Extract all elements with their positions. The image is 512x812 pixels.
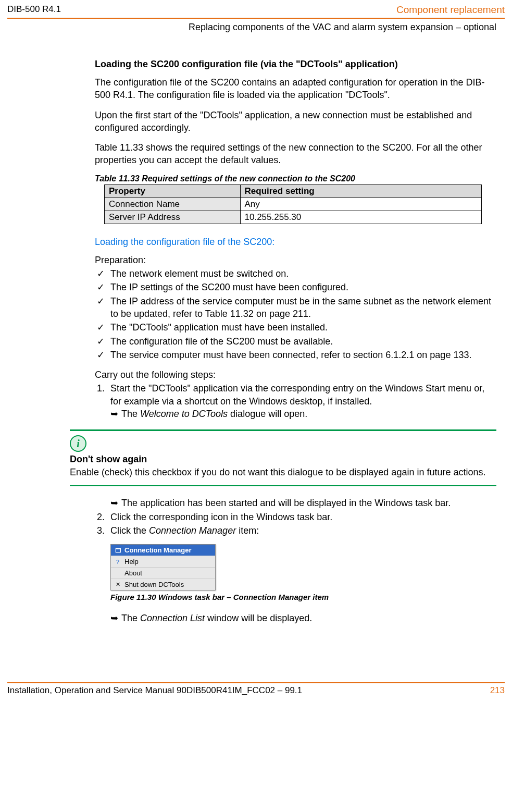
text: Click the [110, 525, 149, 536]
text-italic: Connection List [140, 613, 205, 623]
menu-label: Connection Manager [124, 546, 192, 554]
preparation-list: The network element must be switched on.… [95, 267, 496, 361]
close-icon: ✕ [114, 581, 121, 588]
text-italic: Welcome to DCTools [140, 409, 228, 419]
table-cell: Connection Name [105, 198, 241, 211]
text: The [121, 409, 140, 419]
menu-label: Shut down DCTools [124, 581, 184, 588]
procedure-heading: Loading the configuration file of the SC… [95, 237, 496, 248]
header-right: Component replacement [396, 4, 505, 16]
text: item: [236, 525, 259, 536]
menu-item-shutdown[interactable]: ✕ Shut down DCTools [111, 579, 215, 590]
paragraph: Table 11.33 shows the required settings … [95, 141, 496, 167]
list-item: The "DCTools" application must have been… [95, 321, 496, 334]
page-footer: Installation, Operation and Service Manu… [0, 682, 512, 701]
connection-manager-icon: 🗔 [114, 547, 121, 554]
menu-label: About [124, 569, 142, 577]
result-line: ➥ The Welcome to DCTools dialogue will o… [110, 408, 496, 420]
figure: 🗔 Connection Manager ? Help About ✕ Shut… [110, 544, 496, 590]
paragraph: The configuration file of the SC200 cont… [95, 76, 496, 102]
carryout-label: Carry out the following steps: [95, 368, 496, 381]
list-item: Click the Connection Manager item: [107, 524, 496, 537]
page-header: DIB-500 R4.1 Component replacement [0, 0, 512, 18]
main-content: Loading the SC200 configuration file (vi… [0, 33, 512, 635]
text-italic: Connection Manager [149, 525, 236, 536]
note-bottom-bar [70, 485, 496, 486]
sub-header: Replacing components of the VAC and alar… [0, 19, 512, 33]
result-line: ➥ The Connection List window will be dis… [110, 612, 496, 624]
footer-page-number: 213 [490, 685, 505, 696]
table-header-required: Required setting [240, 184, 481, 198]
list-item: Start the "DCTools" application via the … [107, 382, 496, 420]
settings-table: Property Required setting Connection Nam… [104, 184, 482, 224]
list-item: The IP settings of the SC200 must have b… [95, 281, 496, 293]
note-top-bar [70, 429, 496, 431]
list-item: The IP address of the service computer m… [95, 295, 496, 321]
result-line: ➥ The application has been started and w… [95, 497, 496, 509]
arrow-icon: ➥ [110, 408, 118, 420]
footer-divider [7, 682, 505, 683]
section-heading: Loading the SC200 configuration file (vi… [95, 59, 496, 70]
arrow-icon: ➥ [110, 497, 118, 509]
table-cell: Server IP Address [105, 211, 241, 224]
menu-item-connection-manager[interactable]: 🗔 Connection Manager [111, 545, 215, 556]
header-left: DIB-500 R4.1 [7, 4, 61, 16]
menu-label: Help [124, 558, 139, 565]
help-icon: ? [114, 558, 121, 565]
table-cell: Any [240, 198, 481, 211]
step-text: Start the "DCTools" application via the … [110, 383, 484, 406]
table-cell: 10.255.255.30 [240, 211, 481, 224]
paragraph: Upon the first start of the "DCTools" ap… [95, 109, 496, 134]
list-item: The configuration file of the SC200 must… [95, 335, 496, 348]
text: The application has been started and wil… [121, 497, 451, 509]
steps-list: Start the "DCTools" application via the … [95, 382, 496, 420]
arrow-icon: ➥ [110, 612, 118, 624]
text: The [121, 613, 140, 623]
info-note: i Don't show again Enable (check) this c… [70, 429, 496, 486]
text: dialogue will open. [228, 409, 307, 419]
note-body: Enable (check) this checkbox if you do n… [70, 467, 496, 478]
menu-item-help[interactable]: ? Help [111, 556, 215, 568]
table-caption: Table 11.33 Required settings of the new… [95, 174, 496, 183]
menu-item-about[interactable]: About [111, 568, 215, 579]
context-menu-mock: 🗔 Connection Manager ? Help About ✕ Shut… [110, 544, 216, 590]
footer-left: Installation, Operation and Service Manu… [7, 685, 302, 696]
note-title: Don't show again [70, 454, 496, 465]
steps-list-cont: ➥ The application has been started and w… [95, 497, 496, 537]
result-line-container: ➥ The application has been started and w… [92, 497, 496, 509]
table-header-property: Property [105, 184, 241, 198]
preparation-label: Preparation: [95, 254, 496, 266]
list-item: The service computer must have been conn… [95, 349, 496, 361]
info-icon: i [70, 435, 86, 452]
blank-icon [114, 570, 121, 577]
figure-caption: Figure 11.30 Windows task bar – Connecti… [110, 593, 496, 601]
list-item: The network element must be switched on. [95, 267, 496, 280]
text: window will be displayed. [205, 613, 312, 623]
list-item: Click the corresponding icon in the Wind… [107, 511, 496, 523]
